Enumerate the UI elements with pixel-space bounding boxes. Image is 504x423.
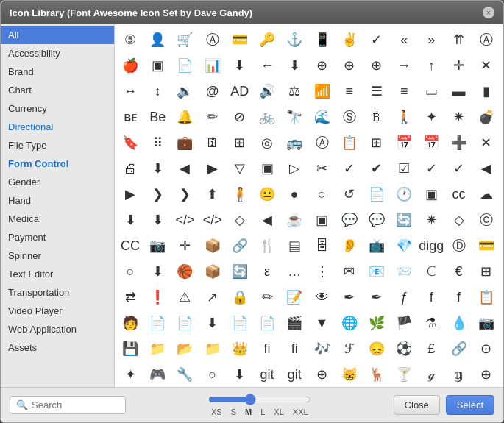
icon-cell[interactable]: Ⓐ (474, 27, 499, 52)
icon-cell[interactable]: 😞 (364, 336, 389, 361)
icon-cell[interactable]: ✒ (337, 285, 362, 310)
icon-cell[interactable]: 🧑 (118, 310, 143, 335)
icon-cell[interactable]: ☑ (391, 156, 416, 181)
icon-cell[interactable]: ◀ (474, 156, 499, 181)
sidebar-item-directional[interactable]: Directional (1, 118, 114, 136)
icon-cell[interactable]: ⊕ (364, 53, 389, 78)
icon-cell[interactable]: 🍎 (118, 53, 143, 78)
icon-cell[interactable]: ▭ (419, 79, 444, 104)
close-button[interactable]: Close (394, 395, 440, 415)
icon-cell[interactable]: 🔭 (282, 104, 307, 129)
icon-cell[interactable]: 📄 (227, 310, 252, 335)
icon-cell[interactable]: ▤ (282, 233, 307, 258)
icon-cell[interactable]: ⊕ (310, 53, 335, 78)
icon-cell[interactable]: ◇ (447, 207, 472, 232)
icon-cell[interactable]: ○ (310, 182, 335, 207)
icon-cell[interactable]: 🗓 (200, 130, 225, 155)
icon-cell[interactable]: ☕ (282, 207, 307, 232)
icon-cell[interactable]: ⊙ (474, 336, 499, 361)
icon-cell[interactable]: ✦ (419, 104, 444, 129)
sidebar-item-hand[interactable]: Hand (1, 191, 114, 210)
icon-cell[interactable]: AD (227, 79, 252, 104)
icon-cell[interactable]: 🔄 (391, 207, 416, 232)
close-icon-button[interactable]: × (483, 7, 494, 18)
icon-cell[interactable]: 📄 (172, 310, 197, 335)
size-option-xxl[interactable]: XXL (293, 408, 308, 416)
icon-cell[interactable]: ↕ (145, 79, 170, 104)
icon-cell[interactable]: ▣ (310, 207, 335, 232)
icon-cell[interactable]: 💎 (391, 233, 416, 258)
icon-cell[interactable]: cc (447, 182, 472, 207)
icon-cell[interactable]: 📄 (364, 182, 389, 207)
search-input[interactable] (32, 399, 119, 410)
icon-cell[interactable]: ʙᴇ (118, 104, 143, 129)
icon-cell[interactable]: 🌐 (337, 310, 362, 335)
icon-cell[interactable]: ⑤ (118, 27, 143, 52)
icon-cell[interactable]: 📷 (145, 233, 170, 258)
icon-cell[interactable]: £ (419, 336, 444, 361)
icon-cell[interactable]: digg (419, 233, 444, 258)
icon-cell[interactable]: 𝕘 (447, 362, 472, 387)
icon-cell[interactable]: 📦 (200, 259, 225, 284)
icon-cell[interactable]: 💬 (337, 207, 362, 232)
icon-cell[interactable]: ⊞ (474, 259, 499, 284)
icon-cell[interactable]: f (447, 285, 472, 310)
icon-cell[interactable]: CC (118, 233, 143, 258)
icon-cell[interactable]: ✌ (337, 27, 362, 52)
icon-cell[interactable]: 📶 (310, 79, 335, 104)
icon-cell[interactable]: Ⓐ (200, 27, 225, 52)
icon-cell[interactable]: 🏀 (172, 259, 197, 284)
icon-cell[interactable]: ▮ (474, 79, 499, 104)
icon-cell[interactable]: ⚽ (391, 336, 416, 361)
icon-cell[interactable]: 📅 (391, 130, 416, 155)
sidebar-item-medical[interactable]: Medical (1, 210, 114, 228)
icon-cell[interactable]: 😸 (337, 362, 362, 387)
icon-cell[interactable]: ↺ (337, 182, 362, 207)
size-option-xl[interactable]: XL (274, 408, 283, 416)
icon-cell[interactable]: ◎ (255, 130, 280, 155)
icon-cell[interactable]: ⊕ (310, 362, 335, 387)
icon-cell[interactable]: 💼 (172, 130, 197, 155)
icon-cell[interactable]: ﬁ (282, 336, 307, 361)
sidebar-item-chart[interactable]: Chart (1, 81, 114, 99)
icon-cell[interactable]: 🎶 (310, 336, 335, 361)
icon-cell[interactable]: 💬 (364, 207, 389, 232)
icon-cell[interactable]: ✦ (118, 362, 143, 387)
icon-cell[interactable]: ✕ (474, 130, 499, 155)
icon-cell[interactable]: ▣ (145, 53, 170, 78)
icon-cell[interactable]: ✓ (364, 27, 389, 52)
size-option-s[interactable]: S (231, 408, 236, 416)
icon-cell[interactable]: ≡ (391, 79, 416, 104)
icon-cell[interactable]: 🎮 (145, 362, 170, 387)
icon-cell[interactable]: ⬇ (145, 207, 170, 232)
icon-cell[interactable]: ⊕ (337, 53, 362, 78)
sidebar-item-spinner[interactable]: Spinner (1, 246, 114, 265)
size-option-l[interactable]: L (260, 408, 265, 416)
icon-cell[interactable]: 📄 (255, 310, 280, 335)
icon-cell[interactable]: 📊 (200, 53, 225, 78)
icon-cell[interactable]: ℊ (419, 362, 444, 387)
icon-cell[interactable]: ← (255, 53, 280, 78)
icon-cell[interactable]: 🔊 (255, 79, 280, 104)
icon-cell[interactable]: ▷ (282, 156, 307, 181)
icon-cell[interactable]: 📱 (310, 27, 335, 52)
sidebar-item-video-player[interactable]: Video Player (1, 302, 114, 320)
icon-cell[interactable]: Ⓢ (337, 104, 362, 129)
icon-cell[interactable]: ☁ (474, 182, 499, 207)
sidebar-item-assets[interactable]: Assets (1, 338, 114, 357)
size-option-m[interactable]: M (245, 408, 252, 416)
icon-cell[interactable]: 🚌 (282, 130, 307, 155)
icon-cell[interactable]: 💳 (227, 27, 252, 52)
icon-cell[interactable]: ƒ (391, 285, 416, 310)
icon-cell[interactable]: 👑 (227, 336, 252, 361)
icon-cell[interactable]: € (447, 259, 472, 284)
icon-cell[interactable]: ✛ (447, 53, 472, 78)
icon-cell[interactable]: ⊞ (364, 130, 389, 155)
icon-cell[interactable]: ⬇ (227, 362, 252, 387)
icon-cell[interactable]: 🌿 (364, 310, 389, 335)
icon-cell[interactable]: Be (145, 104, 170, 129)
icon-cell[interactable]: 🍸 (391, 362, 416, 387)
icon-cell[interactable]: ▶ (200, 156, 225, 181)
sidebar-item-form-control[interactable]: Form Control (1, 154, 114, 173)
icon-cell[interactable]: 📄 (145, 310, 170, 335)
